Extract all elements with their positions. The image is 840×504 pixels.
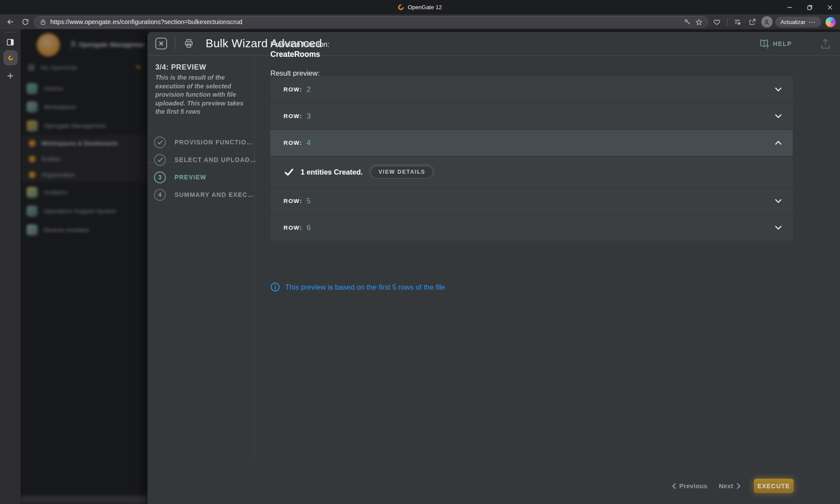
step-preview[interactable]: 3 PREVIEW [154,171,206,183]
result-row-5[interactable]: ROW: 5 [270,188,793,214]
browser-titlebar: OpenGate 12 [0,0,840,14]
step-check-icon [154,136,166,148]
step-check-icon [154,154,166,166]
copilot-icon[interactable] [826,17,836,27]
share-icon[interactable] [746,16,759,28]
favorites-bar-icon[interactable] [732,16,744,28]
url-text[interactable]: https://www.opengate.es/configurations?s… [50,18,680,25]
upload-icon[interactable] [819,37,832,50]
lock-icon[interactable] [40,19,46,25]
step-number-badge: 4 [154,189,166,201]
result-row-6[interactable]: ROW: 6 [270,215,793,241]
active-tab[interactable]: OpenGate 12 [398,4,442,10]
opengate-logo-icon [7,54,14,61]
close-window-button[interactable] [820,0,840,14]
info-icon [270,282,280,292]
chevron-down-icon [775,226,782,230]
refresh-button[interactable] [19,16,32,28]
toolbar-separator [727,18,728,26]
step-header: 3/4: PREVIEW [155,63,206,71]
help-book-icon: ? [759,39,769,48]
chevron-down-icon [775,199,782,203]
more-options-icon[interactable]: ··· [809,19,816,25]
chevron-left-icon [672,483,676,489]
steps-divider [147,162,255,163]
success-check-icon [284,168,294,176]
next-button[interactable]: Next [719,483,741,490]
modal-backdrop [21,29,147,504]
actualizar-profile-button[interactable]: Actualizar ··· [775,17,821,28]
profile-avatar[interactable] [761,16,773,28]
step-summary-and-execute[interactable]: 4 SUMMARY AND EXEC… [154,189,254,201]
back-button[interactable] [4,16,17,28]
result-row-4[interactable]: ROW: 4 [270,130,793,156]
app-sidebar: Opengate Management My OpenGate Actions … [21,29,147,504]
result-rows-list: ROW: 2 ROW: 3 ROW: 4 1 entities Created.… [270,77,793,241]
edge-sidebar-strip [0,29,21,504]
bulk-wizard-modal: Bulk Wizard Advanced ? HELP 3/4: PREVIEW… [147,32,840,504]
browser-essentials-icon[interactable] [711,16,723,28]
opengate-favicon-icon [397,3,405,11]
result-row-4-detail: 1 entities Created. VIEW DETAILS [270,157,793,187]
tab-panel-icon[interactable] [4,36,16,48]
chevron-down-icon [775,88,782,91]
previous-button[interactable]: Previous [672,483,707,490]
wizard-steps-panel: 3/4: PREVIEW This is the result of the e… [147,56,255,504]
modal-header: Bulk Wizard Advanced ? HELP [147,32,840,56]
close-modal-button[interactable] [155,38,167,49]
password-key-icon[interactable] [684,18,691,25]
strip-divider [4,32,17,32]
step-description: This is the result of the execution of t… [155,74,248,116]
chevron-up-icon [775,141,782,145]
new-tab-plus-icon[interactable] [4,70,16,82]
result-row-2[interactable]: ROW: 2 [270,77,793,102]
step-select-and-upload[interactable]: SELECT AND UPLOAD… [154,154,257,166]
header-separator [175,38,175,50]
browser-toolbar: https://www.opengate.es/configurations?s… [0,14,840,29]
view-details-button[interactable]: VIEW DETAILS [371,166,433,178]
print-icon[interactable] [183,38,194,49]
wizard-footer-nav: Previous Next EXECUTE [672,479,794,493]
step-provision-function[interactable]: PROVISION FUNCTIO… [154,136,253,148]
step-number-badge: 3 [154,172,166,183]
provision-function-label: Provision function: [270,40,329,49]
steps-panel-border [254,56,255,458]
chevron-down-icon [775,114,782,118]
chevron-right-icon [737,483,741,489]
restore-button[interactable] [800,0,820,14]
tab-title: OpenGate 12 [408,4,442,10]
opengate-app-tab[interactable] [4,51,17,65]
address-bar[interactable]: https://www.opengate.es/configurations?s… [34,16,708,28]
entities-created-text: 1 entities Created. [301,168,363,176]
minimize-button[interactable] [780,0,800,14]
execute-button[interactable]: EXECUTE [754,479,794,493]
result-row-3[interactable]: ROW: 3 [270,103,793,129]
browser-window: OpenGate 12 https://www.opengate.es/conf… [0,0,840,504]
provision-function-value: CreateRooms [270,50,320,59]
favorite-star-icon[interactable] [695,18,703,26]
help-button[interactable]: ? HELP [759,39,792,48]
preview-info-message: This preview is based on the first 5 row… [270,282,445,292]
